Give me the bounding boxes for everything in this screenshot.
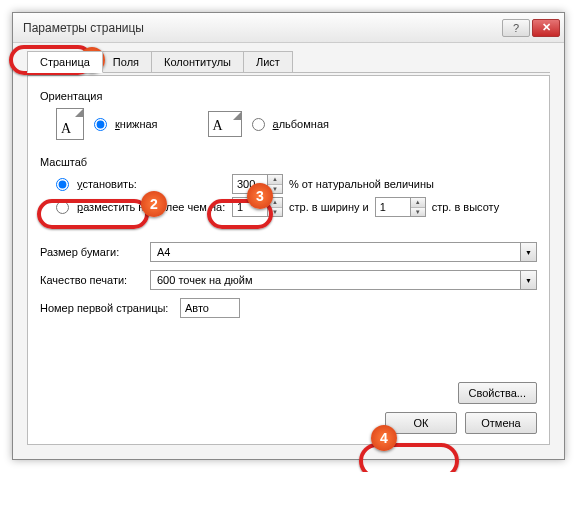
down-arrow-icon[interactable]: ▼ (268, 208, 282, 217)
first-page-input[interactable] (180, 298, 240, 318)
up-arrow-icon[interactable]: ▲ (268, 198, 282, 208)
portrait-radio-input[interactable] (94, 118, 107, 131)
adjust-radio-input[interactable] (56, 178, 69, 191)
fit-radio[interactable]: разместить не более чем на: (56, 201, 226, 214)
down-arrow-icon[interactable]: ▼ (411, 208, 425, 217)
ok-button[interactable]: ОК (385, 412, 457, 434)
help-button[interactable]: ? (502, 19, 530, 37)
window-title: Параметры страницы (23, 21, 500, 35)
up-arrow-icon[interactable]: ▲ (411, 198, 425, 208)
adjust-spinner[interactable]: ▲▼ (232, 174, 283, 194)
portrait-radio-label: книжная (115, 118, 158, 130)
fit-tall-input[interactable] (376, 198, 410, 216)
fit-wide-spinner[interactable]: ▲▼ (232, 197, 283, 217)
adjust-radio[interactable]: установить: (56, 178, 226, 191)
tab-sheet[interactable]: Лист (243, 51, 293, 72)
first-page-row: Номер первой страницы: (40, 298, 537, 318)
portrait-radio[interactable]: книжная (94, 118, 158, 131)
print-quality-label: Качество печати: (40, 274, 150, 286)
adjust-suffix: % от натуральной величины (289, 178, 434, 190)
tab-panel: Ориентация книжная альбомная Масштаб (27, 75, 550, 445)
scale-fit-row: разместить не более чем на: ▲▼ стр. в ши… (56, 197, 537, 217)
print-quality-select[interactable]: 600 точек на дюйм ▼ (150, 270, 537, 290)
landscape-radio-input[interactable] (252, 118, 265, 131)
landscape-icon (208, 111, 242, 137)
orientation-row: книжная альбомная (56, 108, 537, 140)
callout-ring-4 (359, 443, 459, 472)
fit-tall-spinner[interactable]: ▲▼ (375, 197, 426, 217)
properties-button[interactable]: Свойства... (458, 382, 537, 404)
paper-size-value: A4 (151, 246, 520, 258)
tab-headerfooter[interactable]: Колонтитулы (151, 51, 244, 72)
landscape-radio-label: альбомная (273, 118, 329, 130)
close-button[interactable]: ✕ (532, 19, 560, 37)
paper-size-label: Размер бумаги: (40, 246, 150, 258)
titlebar: Параметры страницы ? ✕ (13, 13, 564, 43)
down-arrow-icon[interactable]: ▼ (268, 185, 282, 194)
fit-tall-suffix: стр. в высоту (432, 201, 500, 213)
up-arrow-icon[interactable]: ▲ (268, 175, 282, 185)
chevron-down-icon[interactable]: ▼ (520, 243, 536, 261)
dialog-window: Параметры страницы ? ✕ Страница Поля Кол… (12, 12, 565, 460)
dialog-body: Страница Поля Колонтитулы Лист Ориентаци… (13, 43, 564, 459)
landscape-radio[interactable]: альбомная (252, 118, 329, 131)
first-page-label: Номер первой страницы: (40, 302, 180, 314)
fit-wide-suffix: стр. в ширину и (289, 201, 369, 213)
adjust-value-input[interactable] (233, 175, 267, 193)
cancel-button[interactable]: Отмена (465, 412, 537, 434)
paper-size-select[interactable]: A4 ▼ (150, 242, 537, 262)
adjust-radio-label: установить: (77, 178, 137, 190)
print-quality-value: 600 точек на дюйм (151, 274, 520, 286)
fit-radio-label: разместить не более чем на: (77, 201, 225, 213)
portrait-icon (56, 108, 84, 140)
print-quality-row: Качество печати: 600 точек на дюйм ▼ (40, 270, 537, 290)
orientation-label: Ориентация (40, 90, 537, 102)
chevron-down-icon[interactable]: ▼ (520, 271, 536, 289)
tab-page[interactable]: Страница (27, 51, 103, 73)
fit-radio-input[interactable] (56, 201, 69, 214)
scale-label: Масштаб (40, 156, 537, 168)
fit-wide-input[interactable] (233, 198, 267, 216)
scale-adjust-row: установить: ▲▼ % от натуральной величины (56, 174, 537, 194)
tab-strip: Страница Поля Колонтитулы Лист (27, 51, 550, 73)
paper-size-row: Размер бумаги: A4 ▼ (40, 242, 537, 262)
